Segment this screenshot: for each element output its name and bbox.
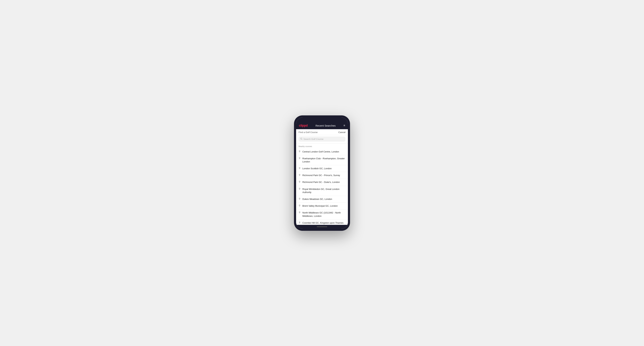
course-item[interactable]: Coombe Hill GC, Kingston upon Thames bbox=[296, 220, 348, 225]
menu-icon[interactable]: ≡ bbox=[344, 124, 345, 127]
status-bar bbox=[296, 118, 348, 122]
course-name: North Middlesex GC (1011942 - North Midd… bbox=[302, 211, 346, 217]
search-placeholder[interactable]: Search Golf Course bbox=[304, 138, 344, 140]
course-name: Dukes Meadows GC, London bbox=[302, 197, 332, 201]
course-item[interactable]: Dukes Meadows GC, London bbox=[296, 196, 348, 203]
nearby-label: Nearby courses bbox=[296, 144, 348, 149]
search-bar-container: Search Golf Course bbox=[296, 135, 348, 144]
phone-screen: clippd Recent Searches ≡ Find a Golf Cou… bbox=[296, 118, 348, 229]
location-icon bbox=[298, 174, 301, 177]
location-icon bbox=[298, 198, 301, 201]
course-item[interactable]: Roehampton Club - Roehampton, Greater Lo… bbox=[296, 155, 348, 165]
nearby-section: Nearby courses Central London Golf Centr… bbox=[296, 144, 348, 225]
course-item[interactable]: Richmond Park GC - Prince's, Surrey bbox=[296, 172, 348, 179]
course-item[interactable]: London Scottish GC, London bbox=[296, 165, 348, 172]
home-bar bbox=[317, 226, 327, 227]
course-item[interactable]: Richmond Park GC - Duke's, London bbox=[296, 179, 348, 186]
location-icon bbox=[298, 167, 301, 170]
location-icon bbox=[298, 204, 301, 207]
course-name: Central London Golf Centre, London bbox=[302, 150, 339, 153]
location-icon bbox=[298, 211, 301, 214]
course-name: London Scottish GC, London bbox=[302, 167, 332, 170]
app-logo: clippd bbox=[299, 124, 308, 128]
course-item[interactable]: Royal Wimbledon GC, Great London Authori… bbox=[296, 186, 348, 196]
svg-point-0 bbox=[300, 138, 302, 139]
search-icon bbox=[300, 138, 302, 140]
course-item[interactable]: North Middlesex GC (1011942 - North Midd… bbox=[296, 209, 348, 219]
course-name: Richmond Park GC - Duke's, London bbox=[302, 180, 340, 184]
location-icon bbox=[298, 181, 301, 184]
course-item[interactable]: Brent Valley Municipal GC, London bbox=[296, 203, 348, 209]
course-name: Brent Valley Municipal GC, London bbox=[302, 204, 338, 207]
location-icon bbox=[298, 188, 301, 191]
cancel-button[interactable]: Cancel bbox=[338, 131, 346, 134]
course-item[interactable]: Central London Golf Centre, London bbox=[296, 149, 348, 155]
location-icon bbox=[298, 221, 301, 224]
nav-bar: clippd Recent Searches ≡ bbox=[296, 122, 348, 129]
location-icon bbox=[298, 150, 301, 153]
phone-frame: clippd Recent Searches ≡ Find a Golf Cou… bbox=[294, 115, 350, 231]
screen-content: Find a Golf Course Cancel Search Golf Co… bbox=[296, 129, 348, 225]
svg-line-1 bbox=[302, 139, 302, 140]
course-name: Roehampton Club - Roehampton, Greater Lo… bbox=[302, 157, 346, 163]
nav-title: Recent Searches bbox=[316, 124, 336, 127]
find-label: Find a Golf Course bbox=[298, 131, 318, 134]
search-bar[interactable]: Search Golf Course bbox=[298, 137, 346, 142]
location-icon bbox=[298, 157, 301, 160]
course-name: Coombe Hill GC, Kingston upon Thames bbox=[302, 221, 344, 224]
find-header: Find a Golf Course Cancel bbox=[296, 129, 348, 135]
course-name: Richmond Park GC - Prince's, Surrey bbox=[302, 174, 340, 177]
home-indicator bbox=[296, 225, 348, 229]
course-name: Royal Wimbledon GC, Great London Authori… bbox=[302, 187, 346, 194]
